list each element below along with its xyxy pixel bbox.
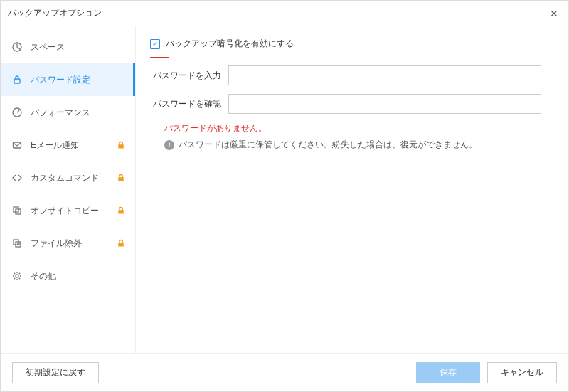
cancel-button[interactable]: キャンセル — [487, 362, 557, 383]
password-hint-text: パスワードは厳重に保管してください。紛失した場合は、復元ができません。 — [179, 139, 477, 151]
password-input-row: パスワードを入力 — [150, 65, 554, 85]
svg-rect-1 — [14, 79, 20, 83]
mail-icon — [11, 139, 23, 152]
reset-button[interactable]: 初期設定に戻す — [12, 362, 99, 383]
gear-icon — [11, 270, 23, 282]
pie-icon — [11, 41, 23, 53]
sidebar-item-label: パフォーマンス — [31, 107, 125, 119]
password-confirm-input[interactable] — [228, 94, 541, 114]
sidebar-item-label: オフサイトコピー — [31, 205, 117, 217]
code-icon — [11, 171, 23, 184]
footer: 初期設定に戻す 保存 キャンセル — [1, 353, 568, 391]
dialog-window: バックアップオプション ✕ スペース パスワード設定 パフォーマンス — [0, 0, 569, 392]
svg-point-8 — [16, 275, 18, 277]
password-input-label: パスワードを入力 — [150, 70, 228, 82]
copy-icon — [11, 204, 23, 217]
sidebar-item-performance[interactable]: パフォーマンス — [1, 96, 135, 129]
sidebar-item-label: パスワード設定 — [31, 74, 125, 86]
titlebar: バックアップオプション ✕ — [1, 1, 568, 26]
password-confirm-label: パスワードを確認 — [150, 98, 228, 110]
sidebar-item-command[interactable]: カスタムコマンド — [1, 161, 135, 194]
red-underline — [150, 57, 169, 58]
sidebar: スペース パスワード設定 パフォーマンス Eメール通知 — [1, 26, 136, 353]
sidebar-item-space[interactable]: スペース — [1, 31, 135, 63]
sidebar-item-other[interactable]: その他 — [1, 260, 135, 292]
password-error: パスワードがありません。 — [164, 122, 554, 134]
lock-icon — [11, 73, 23, 86]
premium-lock-icon — [117, 174, 125, 182]
sidebar-item-exclude[interactable]: ファイル除外 — [1, 227, 135, 260]
premium-lock-icon — [117, 141, 125, 149]
password-hint-row: i パスワードは厳重に保管してください。紛失した場合は、復元ができません。 — [164, 139, 554, 151]
password-input[interactable] — [228, 65, 541, 85]
enable-encryption-row: ✓ バックアップ暗号化を有効にする — [150, 38, 554, 50]
enable-encryption-checkbox[interactable]: ✓ — [150, 39, 160, 49]
exclude-icon — [11, 237, 23, 250]
premium-lock-icon — [117, 239, 125, 248]
sidebar-item-label: カスタムコマンド — [31, 172, 117, 184]
gauge-icon — [11, 106, 23, 119]
sidebar-item-label: スペース — [31, 41, 125, 53]
sidebar-item-offsite[interactable]: オフサイトコピー — [1, 194, 135, 227]
enable-encryption-label: バックアップ暗号化を有効にする — [166, 38, 294, 50]
premium-lock-icon — [117, 206, 125, 215]
sidebar-item-email[interactable]: Eメール通知 — [1, 129, 135, 161]
content-panel: ✓ バックアップ暗号化を有効にする パスワードを入力 パスワードを確認 パスワー… — [136, 26, 568, 353]
save-button[interactable]: 保存 — [416, 362, 480, 383]
sidebar-item-label: その他 — [31, 270, 125, 282]
close-icon[interactable]: ✕ — [547, 8, 561, 19]
password-confirm-row: パスワードを確認 — [150, 94, 554, 114]
sidebar-item-label: Eメール通知 — [31, 139, 117, 152]
window-title: バックアップオプション — [8, 7, 547, 19]
dialog-body: スペース パスワード設定 パフォーマンス Eメール通知 — [1, 26, 568, 353]
sidebar-item-password[interactable]: パスワード設定 — [1, 63, 135, 96]
info-icon: i — [164, 140, 174, 150]
sidebar-item-label: ファイル除外 — [31, 238, 117, 250]
